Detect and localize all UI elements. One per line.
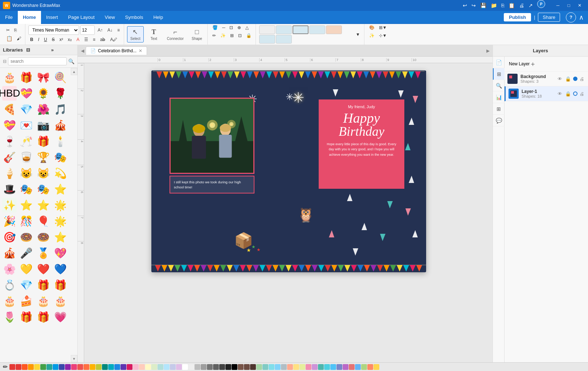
color-swatch[interactable] [281, 364, 287, 370]
color-swatch[interactable] [121, 364, 126, 370]
lib-item[interactable]: 🥃 [19, 150, 34, 164]
lib-item[interactable]: ❤️ [36, 262, 51, 276]
lib-item[interactable]: 🎉 [2, 214, 17, 228]
page-icon-btn[interactable]: 📄 [493, 57, 505, 68]
search-submit-icon[interactable]: 🔍 [68, 58, 74, 64]
collapse-icon[interactable]: ∧ [577, 13, 585, 21]
style-swatch-4[interactable] [309, 25, 325, 34]
lib-item[interactable]: 🍩 [19, 230, 34, 244]
lib-item[interactable]: 💙 [53, 262, 68, 276]
lib-item[interactable]: 🌹 [53, 86, 68, 101]
color-swatch[interactable] [349, 364, 355, 370]
color-swatch[interactable] [46, 364, 52, 370]
add-layer-button[interactable]: ＋ [530, 60, 536, 68]
canvas-scroll[interactable]: 1 2 3 4 5 6 7 8 [78, 63, 493, 362]
bullet-list-button[interactable]: ☰ [82, 36, 90, 43]
menu-help[interactable]: Help [148, 11, 168, 24]
scroll-up-btn[interactable]: ▲ [71, 68, 77, 75]
color-swatch[interactable] [306, 364, 311, 370]
background-visibility-btn[interactable]: 👁 [557, 76, 563, 82]
lib-item[interactable]: 🎁 [36, 278, 51, 292]
superscript-button[interactable]: x² [58, 36, 65, 43]
lib-item[interactable]: 💎 [19, 102, 34, 117]
color-swatch[interactable] [361, 364, 367, 370]
menu-page-layout[interactable]: Page Layout [63, 11, 100, 24]
style-swatch-7[interactable] [276, 35, 292, 44]
color-swatch[interactable] [145, 364, 151, 370]
undo-icon[interactable]: ↩ [461, 2, 469, 9]
copy-button[interactable]: ⎘ [12, 26, 19, 34]
color-swatch[interactable] [324, 364, 330, 370]
lib-item[interactable]: 🌻 [36, 86, 51, 101]
help-icon[interactable]: ? [566, 12, 576, 23]
color-swatch[interactable] [188, 364, 194, 370]
strikethrough-button[interactable]: S [50, 36, 57, 43]
color-swatch[interactable] [77, 364, 83, 370]
paste-icon[interactable]: 📋 [507, 2, 516, 9]
color-swatch[interactable] [108, 364, 114, 370]
maximize-button[interactable]: □ [563, 0, 574, 11]
menu-file[interactable]: File [0, 11, 18, 24]
connector-tool[interactable]: ⌐ Connector [164, 27, 187, 42]
lib-item[interactable]: 🎁 [36, 310, 51, 324]
color-swatch[interactable] [318, 364, 324, 370]
color-swatch[interactable] [176, 364, 182, 370]
color-swatch[interactable] [238, 364, 244, 370]
format-painter-button[interactable]: 🖌 [15, 34, 23, 42]
style-swatch-5[interactable] [326, 25, 342, 34]
layer-item-background[interactable]: Background Shapes: 3 👁 🔒 🖨 [505, 72, 588, 86]
copy-icon[interactable]: ⎘ [500, 2, 506, 9]
color-swatch[interactable] [293, 364, 299, 370]
publish-button[interactable]: Publish [504, 13, 531, 21]
menu-insert[interactable]: Insert [41, 11, 63, 24]
shape-tool[interactable]: □ Shape [189, 27, 205, 42]
lib-item[interactable]: 💝 [19, 86, 34, 101]
layer1-visibility-btn[interactable]: 👁 [557, 90, 563, 97]
comment-icon-btn[interactable]: 💬 [493, 115, 505, 126]
filter-icon[interactable]: ⊟ [26, 47, 49, 53]
color-swatch[interactable] [164, 364, 170, 370]
scroll-down-btn[interactable]: ▼ [71, 355, 77, 362]
color-swatch[interactable] [373, 364, 379, 370]
lib-item[interactable]: 🎀 [36, 70, 51, 85]
lib-item[interactable]: 🍭 [53, 70, 68, 85]
layer1-print-btn[interactable]: 🖨 [579, 90, 585, 97]
lib-item[interactable]: 🎯 [2, 230, 17, 244]
style-expand-btn[interactable]: ▼ [354, 31, 362, 38]
color-swatch[interactable] [343, 364, 348, 370]
style-swatch-6[interactable] [259, 35, 275, 44]
color-swatch[interactable] [90, 364, 95, 370]
lib-item[interactable]: HBD [2, 86, 17, 101]
lib-item[interactable]: 🌸 [2, 262, 17, 276]
menu-view[interactable]: View [100, 11, 120, 24]
style-swatch-3[interactable] [293, 25, 309, 34]
lib-item[interactable]: 📷 [36, 118, 51, 132]
canvas-tab-active[interactable]: 📄 Celebration Birthd... ✕ [86, 46, 147, 55]
lib-item[interactable]: 🎪 [2, 246, 17, 260]
color-swatch[interactable] [71, 364, 77, 370]
lib-item[interactable]: 🍩 [36, 230, 51, 244]
redo-icon[interactable]: ↪ [470, 2, 477, 9]
font-size-input[interactable] [80, 25, 95, 35]
library-grid-scroll[interactable]: 🎂 🎁 🎀 🍭 HBD 💝 🌻 🌹 🍕 💎 🌺 🎵 💝 [0, 68, 71, 362]
color-swatch[interactable] [59, 364, 65, 370]
color-swatch[interactable] [9, 364, 15, 370]
zoom-icon-btn[interactable]: 🔍 [493, 80, 505, 91]
color-swatch[interactable] [139, 364, 145, 370]
lib-item[interactable]: 🌟 [53, 198, 68, 212]
lib-item[interactable]: 🏆 [36, 150, 51, 164]
color-swatch[interactable] [133, 364, 139, 370]
italic-button[interactable]: I [36, 36, 41, 43]
close-button[interactable]: ✕ [574, 0, 585, 11]
color-swatch[interactable] [83, 364, 89, 370]
lib-item[interactable]: ⭐ [36, 198, 51, 212]
layers-icon-btn[interactable]: ⊞ [493, 68, 505, 80]
lib-item[interactable]: 🎁 [36, 134, 51, 148]
decrease-font-btn[interactable]: A↓ [106, 26, 114, 34]
lib-item[interactable]: 🎭 [19, 182, 34, 196]
collapse-sidebar-icon[interactable]: » [51, 47, 74, 53]
lib-item[interactable]: 🎭 [53, 150, 68, 164]
lib-item[interactable]: 🎭 [36, 182, 51, 196]
lib-item[interactable]: 🎁 [19, 70, 34, 85]
arrange-btn[interactable]: ⊕ [236, 24, 243, 31]
